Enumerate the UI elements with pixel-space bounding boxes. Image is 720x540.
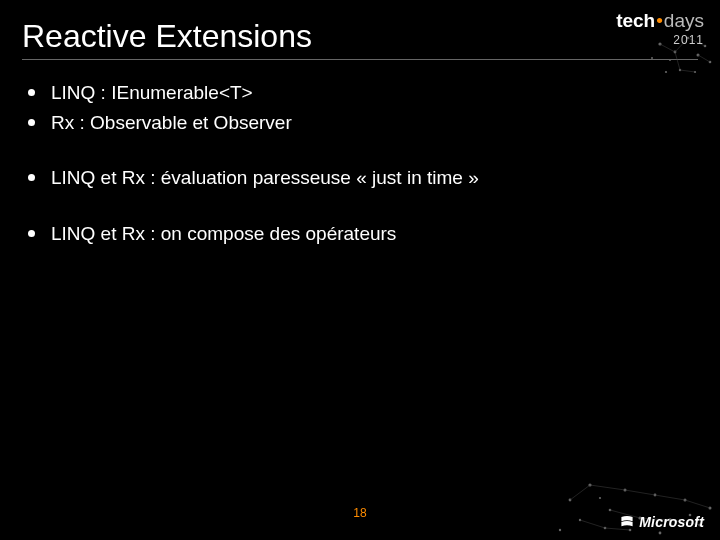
svg-line-37	[625, 490, 655, 495]
bullet-icon	[28, 119, 35, 126]
event-branding: tech•days 2011	[616, 10, 704, 47]
event-prefix: tech	[616, 10, 655, 31]
list-item: LINQ et Rx : évaluation paresseuse « jus…	[28, 165, 698, 191]
slide-title: Reactive Extensions	[22, 18, 698, 55]
svg-point-8	[709, 61, 712, 64]
svg-point-4	[679, 69, 681, 71]
page-number: 18	[353, 506, 366, 520]
svg-point-10	[665, 71, 667, 73]
bullet-text: LINQ et Rx : évaluation paresseuse « jus…	[51, 165, 479, 191]
svg-point-33	[599, 497, 601, 499]
svg-point-5	[704, 45, 707, 48]
svg-line-15	[698, 55, 710, 62]
list-item: LINQ : IEnumerable<T>	[28, 80, 698, 106]
bullet-icon	[28, 230, 35, 237]
slide-content: LINQ : IEnumerable<T> Rx : Observable et…	[28, 80, 698, 247]
svg-line-40	[580, 520, 605, 528]
svg-line-42	[685, 500, 710, 508]
title-divider	[22, 59, 698, 60]
slide: tech•days 2011 Reactive Extensions LINQ …	[0, 0, 720, 540]
svg-point-18	[588, 483, 591, 486]
svg-point-17	[569, 499, 572, 502]
svg-point-19	[609, 509, 612, 512]
event-year: 2011	[616, 33, 704, 47]
svg-point-7	[694, 71, 696, 73]
bullet-text: LINQ : IEnumerable<T>	[51, 80, 253, 106]
svg-line-35	[590, 485, 625, 490]
bullet-icon	[28, 174, 35, 181]
svg-point-28	[559, 529, 561, 531]
list-item: LINQ et Rx : on compose des opérateurs	[28, 221, 698, 247]
list-item: Rx : Observable et Observer	[28, 110, 698, 136]
svg-point-26	[579, 519, 581, 521]
bullet-icon	[28, 89, 35, 96]
svg-line-34	[570, 485, 590, 500]
bullet-group: LINQ et Rx : on compose des opérateurs	[28, 221, 698, 247]
event-name: tech•days	[616, 10, 704, 32]
svg-point-30	[659, 532, 662, 535]
svg-point-20	[624, 489, 627, 492]
bullet-group: LINQ et Rx : évaluation paresseuse « jus…	[28, 165, 698, 191]
svg-point-27	[604, 527, 607, 530]
svg-point-22	[654, 494, 657, 497]
svg-point-24	[684, 499, 687, 502]
microsoft-flag-icon	[620, 515, 634, 529]
bullet-group: LINQ : IEnumerable<T> Rx : Observable et…	[28, 80, 698, 135]
svg-point-32	[709, 507, 712, 510]
event-suffix: days	[664, 10, 704, 31]
microsoft-wordmark: Microsoft	[639, 514, 704, 530]
dot-separator: •	[655, 10, 664, 31]
bullet-text: Rx : Observable et Observer	[51, 110, 292, 136]
footer-branding: Microsoft	[620, 514, 704, 530]
bullet-text: LINQ et Rx : on compose des opérateurs	[51, 221, 396, 247]
svg-line-38	[655, 495, 685, 500]
svg-line-16	[680, 70, 695, 72]
